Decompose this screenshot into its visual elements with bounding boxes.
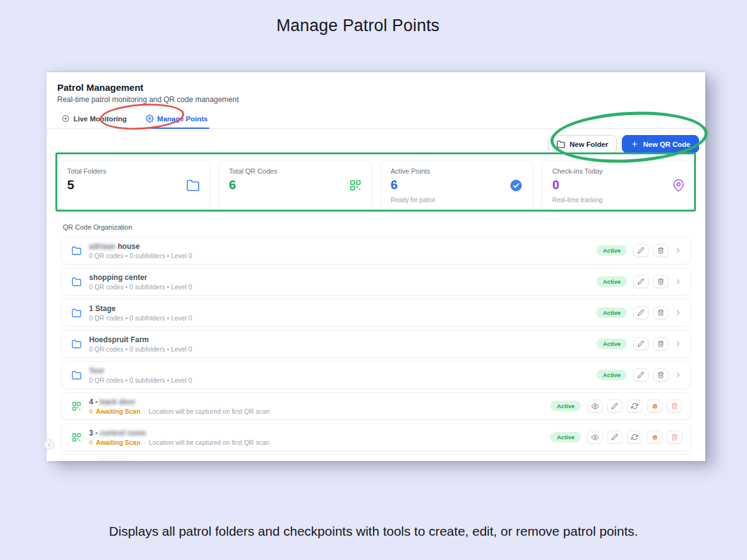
delete-qr-button[interactable] — [667, 399, 682, 413]
chevron-right-icon[interactable] — [674, 246, 682, 254]
deactivate-point-button[interactable] — [647, 431, 662, 444]
folder-meta: 0 QR codes • 0 subfolders • Level 0 — [89, 283, 596, 291]
refresh-icon — [631, 434, 638, 441]
pencil-icon — [637, 247, 644, 254]
qr-point-row[interactable]: 4 - back door Awaiting Scan · Location w… — [61, 392, 691, 420]
new-qr-code-button[interactable]: New QR Code — [622, 135, 699, 153]
qr-point-name: 1 - front door — [89, 460, 550, 462]
edit-folder-button[interactable] — [633, 337, 649, 350]
regenerate-qr-button[interactable] — [627, 399, 642, 413]
gear-icon — [146, 114, 154, 123]
eye-icon — [62, 114, 70, 123]
folder-row[interactable]: Hoedspruit Farm 0 QR codes • 0 subfolder… — [61, 330, 691, 358]
awaiting-dot-icon — [89, 441, 93, 444]
folder-icon — [557, 140, 565, 149]
toolbar: New Folder New QR Code — [47, 129, 705, 153]
section-title: QR Code Organization — [63, 223, 689, 231]
folder-meta: 0 QR codes • 0 subfolders • Level 0 — [89, 345, 596, 353]
trash-icon — [671, 434, 678, 441]
edit-folder-button[interactable] — [633, 275, 649, 288]
stat-label: Check-ins Today — [552, 167, 685, 175]
trash-icon — [657, 278, 664, 285]
qr-point-row[interactable]: 1 - front door Awaiting Scan · Location … — [61, 454, 691, 461]
stat-total-qr-codes: Total QR Codes 6 — [218, 160, 372, 210]
stat-subtitle: Real-time tracking — [552, 197, 685, 204]
delete-folder-button[interactable] — [653, 244, 669, 257]
folder-row[interactable]: shopping center 0 QR codes • 0 subfolder… — [61, 268, 691, 296]
folder-icon — [72, 246, 82, 256]
folder-meta: 0 QR codes • 0 subfolders • Level 0 — [89, 314, 596, 322]
new-qr-code-label: New QR Code — [643, 141, 690, 148]
location-pin-icon — [672, 179, 685, 192]
delete-qr-button[interactable] — [667, 431, 682, 444]
folder-icon — [72, 308, 82, 318]
meta-separator: · — [144, 439, 146, 446]
folder-row[interactable]: Test 0 QR codes • 0 subfolders • Level 0… — [61, 361, 691, 389]
new-folder-button[interactable]: New Folder — [548, 135, 617, 153]
pencil-icon — [637, 309, 644, 316]
status-badge: Active — [596, 370, 627, 380]
regenerate-qr-button[interactable] — [627, 431, 642, 444]
folder-info: Hoedspruit Farm 0 QR codes • 0 subfolder… — [89, 335, 596, 353]
stat-total-folders: Total Folders 5 — [57, 160, 210, 210]
check-circle-icon — [509, 179, 523, 192]
delete-folder-button[interactable] — [653, 306, 669, 319]
folder-icon — [186, 179, 200, 192]
status-badge: Active — [596, 307, 627, 318]
folder-info: shopping center 0 QR codes • 0 subfolder… — [89, 273, 596, 291]
view-qr-button[interactable] — [587, 399, 603, 413]
folder-name: adriaan house — [89, 242, 596, 251]
qr-point-row[interactable]: 3 - control room Awaiting Scan · Locatio… — [61, 423, 691, 451]
stat-label: Total Folders — [67, 167, 200, 175]
pencil-icon — [611, 434, 618, 441]
stat-value: 0 — [552, 178, 559, 192]
qr-code-icon — [349, 179, 362, 192]
trash-icon — [671, 403, 678, 409]
chevron-right-icon[interactable] — [674, 309, 682, 317]
qr-point-name: 4 - back door — [89, 398, 550, 406]
edit-qr-button[interactable] — [607, 431, 622, 444]
edit-folder-button[interactable] — [633, 244, 649, 257]
awaiting-dot-icon — [89, 409, 93, 413]
folder-meta: 0 QR codes • 0 subfolders • Level 0 — [89, 376, 596, 384]
edit-folder-button[interactable] — [633, 368, 649, 381]
stat-label: Total QR Codes — [229, 167, 362, 175]
delete-folder-button[interactable] — [653, 275, 669, 288]
chevron-right-icon[interactable] — [674, 340, 682, 348]
folder-name: Hoedspruit Farm — [89, 335, 596, 344]
delete-folder-button[interactable] — [653, 337, 669, 350]
rows-list: adriaan house 0 QR codes • 0 subfolders … — [61, 236, 691, 461]
folder-row[interactable]: adriaan house 0 QR codes • 0 subfolders … — [61, 236, 691, 264]
meta-separator: · — [144, 408, 146, 415]
edit-qr-button[interactable] — [607, 399, 622, 413]
qr-point-info: 1 - front door Awaiting Scan · Location … — [89, 460, 550, 462]
refresh-icon — [631, 403, 638, 409]
awaiting-scan-label: Awaiting Scan — [96, 408, 141, 415]
pencil-icon — [611, 403, 618, 409]
edit-folder-button[interactable] — [633, 306, 649, 319]
chevron-left-icon — [47, 442, 52, 447]
qr-point-info: 4 - back door Awaiting Scan · Location w… — [89, 398, 550, 415]
qr-point-name: 3 - control room — [89, 429, 550, 437]
view-qr-button[interactable] — [587, 431, 603, 444]
status-badge: Active — [596, 245, 627, 256]
stat-value: 6 — [229, 178, 236, 192]
scroll-toggle-button[interactable] — [44, 439, 54, 450]
tab-label: Live Monitoring — [73, 115, 127, 123]
tab-manage-points[interactable]: Manage Points — [144, 111, 209, 128]
folder-name: shopping center — [89, 273, 596, 282]
folder-meta: 0 QR codes • 0 subfolders • Level 0 — [89, 252, 596, 259]
delete-folder-button[interactable] — [653, 368, 669, 381]
chevron-right-icon[interactable] — [674, 371, 682, 379]
status-badge: Active — [550, 401, 581, 411]
folder-info: adriaan house 0 QR codes • 0 subfolders … — [89, 242, 596, 259]
patrol-management-panel: Patrol Management Real-time patrol monit… — [47, 72, 705, 461]
deactivate-point-button[interactable] — [647, 399, 662, 413]
trash-icon — [657, 371, 664, 378]
folder-info: 1 Stage 0 QR codes • 0 subfolders • Leve… — [89, 304, 596, 322]
qr-code-icon — [72, 432, 82, 442]
folder-row[interactable]: 1 Stage 0 QR codes • 0 subfolders • Leve… — [61, 299, 691, 327]
tab-live-monitoring[interactable]: Live Monitoring — [60, 111, 128, 128]
eye-icon — [591, 434, 599, 441]
chevron-right-icon[interactable] — [674, 278, 682, 286]
